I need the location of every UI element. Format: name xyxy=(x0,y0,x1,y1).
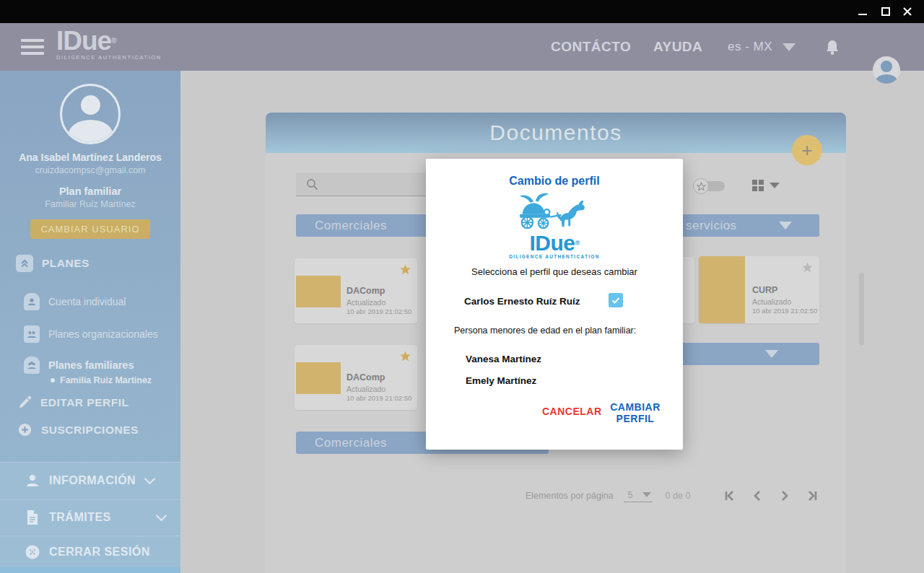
confirm-line1: CAMBIAR xyxy=(610,401,661,413)
first-page-icon[interactable] xyxy=(723,489,736,502)
user-avatar[interactable] xyxy=(873,56,900,84)
sidebar-item-planes-organizacionales[interactable]: Planes organizacionales xyxy=(24,325,158,343)
section-servicios[interactable]: servicios xyxy=(664,214,819,237)
page-range: 0 de 0 xyxy=(666,491,691,501)
family-plans-icon xyxy=(24,357,40,374)
search-icon xyxy=(306,178,318,191)
document-date: 10 abr 2019 21:02:50 xyxy=(346,394,411,402)
app-header: IDue® DILIGENCE AUTHENTICATION CONTÁCTO … xyxy=(0,23,924,71)
minor-name: Emely Martínez xyxy=(466,375,536,386)
add-document-button[interactable]: + xyxy=(792,135,822,165)
brand-logo: IDue® DILIGENCE AUTHENTICATION xyxy=(56,27,162,61)
carriage-horse-icon xyxy=(512,192,597,229)
profile-avatar xyxy=(60,84,121,144)
page-size-value: 5 xyxy=(628,490,633,500)
logout-x-circle-icon xyxy=(25,544,40,560)
document-card-curp[interactable]: CURP Actualizado 10 abr 2019 21:02:50 xyxy=(699,256,819,323)
last-page-icon[interactable] xyxy=(806,489,819,502)
next-page-icon[interactable] xyxy=(778,489,791,502)
document-card-dacomp-2[interactable]: DAComp Actualizado 10 abr 2019 21:02:50 xyxy=(295,345,417,410)
nav-contact[interactable]: CONTÁCTO xyxy=(551,23,631,71)
logo-registered-mark: ® xyxy=(575,240,579,247)
document-thumbnail xyxy=(296,362,341,394)
change-profile-button[interactable]: CAMBIAR PERFIL xyxy=(610,401,661,424)
page-title: Documentos xyxy=(489,121,622,145)
chevron-down-icon xyxy=(783,43,796,51)
sidebar-item-label: Planes organizacionales xyxy=(48,328,158,340)
maximize-button[interactable] xyxy=(875,0,897,23)
bell-icon xyxy=(824,39,840,56)
sidebar-item-informacion[interactable]: INFORMACIÓN xyxy=(0,462,180,498)
sidebar-item-suscripciones[interactable]: SUSCRIPCIONES xyxy=(17,422,139,437)
profile-checkbox[interactable] xyxy=(609,293,623,307)
logo-word: IDue xyxy=(529,231,575,255)
sidebar-item-label: TRÁMITES xyxy=(49,511,111,524)
chevron-down-icon xyxy=(770,183,780,188)
sidebar-item-label: EDITAR PERFIL xyxy=(40,396,128,409)
dialog-subtitle: Selecciona el perfil que deseas cambiar xyxy=(426,266,683,277)
change-user-button[interactable]: CAMBIAR USUARIO xyxy=(30,219,150,239)
page-size-select[interactable]: 5 xyxy=(624,490,653,502)
sidebar-bottom-strip xyxy=(0,567,180,573)
sidebar-item-label: PLANES xyxy=(42,257,90,270)
plus-circle-icon xyxy=(17,422,32,437)
document-card-dacomp-1[interactable]: DAComp Actualizado 10 abr 2019 21:02:50 xyxy=(295,258,417,323)
view-mode-selector[interactable] xyxy=(752,180,780,191)
chevron-down-icon xyxy=(765,350,778,358)
sidebar-item-tramites[interactable]: TRÁMITES xyxy=(0,499,180,535)
change-profile-dialog: Cambio de perfil xyxy=(426,159,683,450)
section-label: Comerciales xyxy=(315,436,387,450)
pagination: Elementos por página 5 0 de 0 xyxy=(526,489,819,502)
previous-page-icon[interactable] xyxy=(751,489,764,502)
minor-name: Vanesa Martínez xyxy=(466,354,541,364)
notifications-button[interactable] xyxy=(824,39,840,59)
minimize-icon xyxy=(858,6,868,17)
sidebar-item-label: SUSCRIPCIONES xyxy=(41,424,139,437)
sidebar-item-cerrar-sesion[interactable]: CERRAR SESIÓN xyxy=(0,535,180,567)
plan-name: Familiar Ruíz Martínez xyxy=(0,199,180,209)
items-per-page-label: Elementos por página xyxy=(526,491,614,501)
avatar-head xyxy=(881,61,892,72)
profile-email: cruizdacompsc@gmail.com xyxy=(0,165,180,175)
idue-logo: IDue® DILIGENCE AUTHENTICATION xyxy=(426,192,683,259)
cancel-button[interactable]: CANCELAR xyxy=(542,406,602,417)
sidebar-subitem-familia-ruiz-martinez[interactable]: Familia Ruiz Martinez xyxy=(51,375,152,385)
minors-label: Persona menores de edad en el plan famil… xyxy=(454,325,636,336)
grid-view-icon xyxy=(752,180,764,191)
document-thumbnail xyxy=(699,256,745,323)
favorite-star-icon[interactable] xyxy=(399,350,411,362)
scrollbar-thumb[interactable] xyxy=(859,273,864,345)
favorite-star-icon[interactable] xyxy=(399,263,411,276)
document-status: Actualizado xyxy=(346,298,385,307)
favorites-filter-toggle[interactable] xyxy=(693,178,728,194)
sidebar-item-planes[interactable]: PLANES xyxy=(16,255,90,272)
sidebar-item-cuenta-individual[interactable]: Cuenta individual xyxy=(24,293,126,310)
avatar-body xyxy=(876,74,897,84)
chevron-down-icon xyxy=(779,222,792,229)
sidebar: Ana Isabel Martínez Landeros cruizdacomp… xyxy=(0,71,180,573)
document-status: Actualizado xyxy=(752,297,791,306)
favorite-star-icon[interactable] xyxy=(801,261,814,274)
document-icon xyxy=(25,509,40,525)
star-icon xyxy=(693,178,709,194)
sidebar-item-label: Planes familiares xyxy=(48,359,134,371)
brand-registered-mark: ® xyxy=(111,37,116,45)
document-title: DAComp xyxy=(346,286,385,296)
chevron-down-icon xyxy=(642,492,651,497)
sidebar-item-editar-perfil[interactable]: EDITAR PERFIL xyxy=(17,395,128,410)
nav-help[interactable]: AYUDA xyxy=(653,23,702,71)
organization-plans-icon xyxy=(24,325,40,343)
minimize-button[interactable] xyxy=(852,0,873,23)
section-hidden-right[interactable] xyxy=(664,343,819,365)
person-icon xyxy=(25,473,40,489)
document-status: Actualizado xyxy=(346,385,385,393)
hamburger-menu-icon[interactable] xyxy=(21,39,44,55)
sidebar-item-planes-familiares[interactable]: Planes familiares xyxy=(24,357,134,374)
sidebar-item-label: Cuenta individual xyxy=(48,296,126,307)
sidebar-item-label: INFORMACIÓN xyxy=(49,474,136,487)
dialog-title: Cambio de perfil xyxy=(426,175,683,188)
close-button[interactable] xyxy=(897,0,918,23)
language-selector[interactable]: es - MX xyxy=(728,23,796,71)
document-title: DAComp xyxy=(346,372,385,382)
pencil-icon xyxy=(17,395,32,410)
